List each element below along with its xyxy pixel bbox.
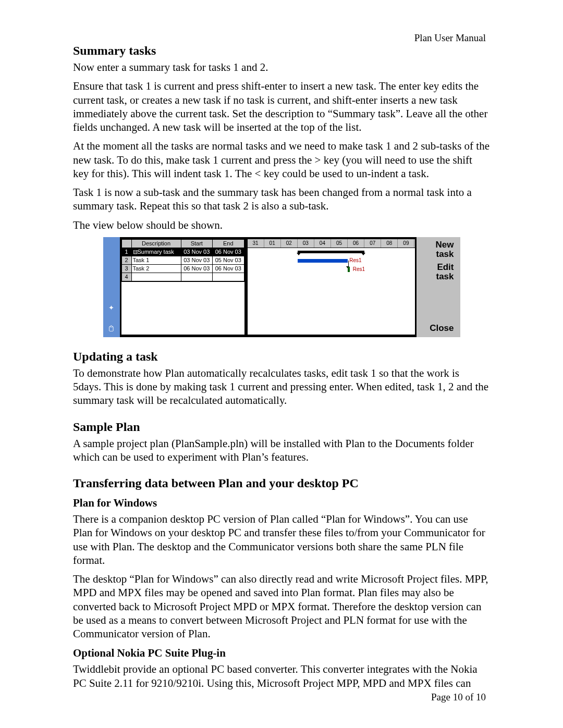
heading-summary-tasks: Summary tasks <box>73 44 490 58</box>
clipboard-icon[interactable]: 📋︎ <box>108 325 115 333</box>
gantt-chart[interactable]: 31 01 02 03 04 05 06 07 08 09 <box>247 239 415 335</box>
paragraph: At the moment all the tasks are normal t… <box>73 139 490 180</box>
paragraph: Ensure that task 1 is current and press … <box>73 79 490 134</box>
paragraph: To demonstrate how Plan automatically re… <box>73 366 490 408</box>
paragraph: The view below should be shown. <box>73 218 490 232</box>
col-start[interactable]: Start <box>181 239 213 248</box>
task-grid[interactable]: Description Start End 1 ⊟Summary task 03… <box>121 239 245 335</box>
heading-sample-plan: Sample Plan <box>73 420 490 434</box>
pointer-icon[interactable]: ✦ <box>108 304 115 312</box>
paragraph: A sample project plan (PlanSample.pln) w… <box>73 437 490 464</box>
new-task-button[interactable]: New task <box>417 238 458 261</box>
edit-task-button[interactable]: Edit task <box>417 261 458 283</box>
gantt-timeline-header: 31 01 02 03 04 05 06 07 08 09 <box>248 239 415 248</box>
gantt-label-res1-b: Res1 <box>353 266 365 272</box>
gantt-bar-task1[interactable] <box>298 259 348 263</box>
subheading-nokia-plugin: Optional Nokia PC Suite Plug-in <box>73 647 490 660</box>
gantt-label-res1-a: Res1 <box>349 257 361 263</box>
table-row[interactable]: 1 ⊟Summary task 03 Nov 03 06 Nov 03 <box>121 248 244 256</box>
plan-right-buttons: New task Edit task Close <box>417 237 460 337</box>
gantt-bar-summary[interactable] <box>298 251 364 253</box>
table-row[interactable]: 2 Task 1 03 Nov 03 05 Nov 03 <box>121 256 244 264</box>
col-description[interactable]: Description <box>131 239 181 248</box>
paragraph: Twiddlebit provide an optional PC based … <box>73 662 490 690</box>
paragraph: Task 1 is now a sub-task and the summary… <box>73 186 490 213</box>
page-header-title: Plan User Manual <box>414 32 486 44</box>
close-button[interactable]: Close <box>417 322 458 335</box>
heading-updating: Updating a task <box>73 350 490 364</box>
subheading-plan-for-windows: Plan for Windows <box>73 497 490 510</box>
table-row[interactable]: 3 Task 2 06 Nov 03 06 Nov 03 <box>121 264 244 273</box>
paragraph: The desktop “Plan for Windows” can also … <box>73 572 490 640</box>
plan-app-screenshot: ✦ 📋︎ Description Start End 1 <box>103 237 460 337</box>
grid-corner <box>121 239 131 248</box>
plan-left-toolbar: ✦ 📋︎ <box>103 237 120 337</box>
page-footer-number: Page 10 of 10 <box>431 692 486 703</box>
paragraph: Now enter a summary task for tasks 1 and… <box>73 60 490 74</box>
document-page: Plan User Manual Summary tasks Now enter… <box>0 0 563 728</box>
table-row[interactable]: 4 <box>121 273 244 281</box>
heading-transfer: Transferring data between Plan and your … <box>73 476 490 490</box>
paragraph: There is a companion desktop PC version … <box>73 512 490 567</box>
col-end[interactable]: End <box>213 239 244 248</box>
gantt-bar-task2[interactable] <box>348 267 350 272</box>
